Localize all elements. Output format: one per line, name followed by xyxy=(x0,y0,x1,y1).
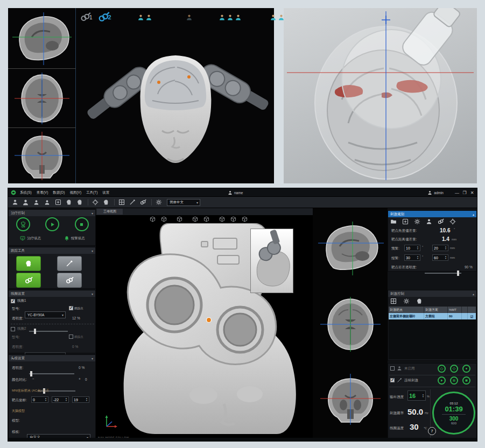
coil2-tracker-button[interactable] xyxy=(57,273,82,288)
view-top-icon[interactable] xyxy=(203,216,209,222)
head-tracker-button[interactable] xyxy=(16,256,41,271)
coil1-tool-button[interactable]: 1 xyxy=(80,12,93,23)
coronal-slice-view[interactable] xyxy=(320,374,381,425)
center-3d-viewport[interactable]: 三维视图 xyxy=(96,208,313,441)
refresh-button[interactable] xyxy=(154,198,163,207)
plan-settings-icon[interactable] xyxy=(414,218,420,225)
target-table-row-selected[interactable]: 左侧背外侧前额叶 方案组 80 ☑ xyxy=(389,313,476,319)
target-plan-icon[interactable] xyxy=(449,218,456,225)
probe-tracker-button[interactable] xyxy=(57,256,82,271)
menu-layout[interactable]: 视图(V) xyxy=(69,190,81,195)
idle-mode-checkbox[interactable] xyxy=(390,366,395,371)
language-select[interactable]: 简体中文 ▾ xyxy=(167,199,200,206)
thumb-coronal-slice[interactable] xyxy=(15,132,69,180)
control-settings-icon[interactable] xyxy=(403,298,410,304)
head-coils-3d-render[interactable] xyxy=(77,25,274,183)
contrast-plus-button[interactable]: + xyxy=(79,377,81,381)
menu-settings[interactable]: 设置 xyxy=(102,190,109,195)
sagittal-slice-view[interactable] xyxy=(318,222,384,275)
coil1-checkbox[interactable] xyxy=(11,299,15,303)
thumb-sagittal-slice[interactable] xyxy=(12,12,72,65)
patient-edit-button[interactable] xyxy=(32,198,41,207)
warn-distance-spinner[interactable]: 20 ▲▼ xyxy=(432,245,448,251)
view-bottom-icon[interactable] xyxy=(219,216,225,222)
head-opacity-slider[interactable] xyxy=(29,371,74,376)
snapshot-icon[interactable] xyxy=(390,298,397,304)
spinner-arrows-icon[interactable]: ▲▼ xyxy=(86,397,88,402)
spinner-arrows-icon[interactable]: ▲▼ xyxy=(417,255,419,260)
coil2-focus-checkbox[interactable] xyxy=(69,335,73,339)
view-left-icon[interactable] xyxy=(177,216,182,222)
import-data-button[interactable] xyxy=(53,198,62,207)
section-header[interactable]: 刺激规划 ▴ xyxy=(388,211,476,217)
add-patient-button[interactable] xyxy=(10,198,19,207)
section-header[interactable]: 跟踪工具 ▾ xyxy=(9,247,95,254)
coord-x-spinner[interactable]: 0 ▲▼ xyxy=(31,396,48,403)
session-stop-button[interactable] xyxy=(462,376,470,385)
spinner-arrows-icon[interactable]: ▲▼ xyxy=(445,255,447,260)
head-model-button[interactable] xyxy=(64,198,73,207)
idle-target-button[interactable] xyxy=(450,365,458,373)
patient-remove-button[interactable] xyxy=(43,198,52,207)
head-target-icon[interactable] xyxy=(416,298,423,304)
menu-system[interactable]: 系统(S) xyxy=(20,190,32,195)
section-header[interactable]: 头模设置 ▾ xyxy=(9,355,95,361)
patient-plan-icon[interactable] xyxy=(426,218,432,225)
coil1-focus-checkbox[interactable] xyxy=(69,306,73,310)
menu-view[interactable]: 查看(V) xyxy=(37,190,48,195)
head-scan-button[interactable] xyxy=(75,198,84,207)
overview-inset-view[interactable] xyxy=(250,229,293,293)
tracker-group-2[interactable] xyxy=(137,14,152,21)
coord-z-spinner[interactable]: 19 ▲▼ xyxy=(72,396,89,403)
intensity-spinner[interactable]: 16 ▲▼ xyxy=(407,390,426,401)
alarm-angle-spinner[interactable]: 30 ▲▼ xyxy=(404,254,420,261)
patient-list-button[interactable] xyxy=(21,198,30,207)
coil-button[interactable] xyxy=(138,198,147,207)
registration-button[interactable] xyxy=(90,198,100,207)
maximize-button[interactable]: ❐ xyxy=(461,190,468,195)
add-target-icon[interactable] xyxy=(402,218,409,225)
coil1-model-select[interactable]: YC-BY90A ▾ xyxy=(25,311,66,318)
power-on-button[interactable]: ON xyxy=(16,217,30,231)
view-reset-icon[interactable] xyxy=(242,216,248,222)
view-iso-icon[interactable] xyxy=(230,216,236,222)
coil1-opacity-slider[interactable] xyxy=(29,329,68,334)
section-header[interactable]: 刺激控制 ▴ xyxy=(388,290,476,297)
row-check-icon[interactable]: ☑ xyxy=(468,313,476,319)
menu-data[interactable]: 数据(D) xyxy=(53,190,65,195)
session-play-button[interactable] xyxy=(438,376,446,385)
spinner-arrows-icon[interactable]: ▲▼ xyxy=(45,397,47,402)
axial-slice-view[interactable] xyxy=(320,297,381,352)
tracker-group-3[interactable] xyxy=(219,14,242,21)
idle-power-button[interactable] xyxy=(438,365,446,373)
close-button[interactable]: ✕ xyxy=(468,190,476,195)
thumb-axial-slice[interactable] xyxy=(15,73,69,124)
session-pause-button[interactable] xyxy=(450,376,458,385)
alarm-distance-spinner[interactable]: 60 ▲▼ xyxy=(432,254,448,261)
probe-button[interactable] xyxy=(128,198,137,207)
spinner-arrows-icon[interactable]: ▲▼ xyxy=(422,394,424,398)
minimize-button[interactable]: — xyxy=(453,190,461,195)
warn-angle-spinner[interactable]: 10 ▲▼ xyxy=(404,245,420,251)
contrast-minus-button[interactable]: − xyxy=(32,377,34,381)
tolerance-opacity-slider[interactable] xyxy=(425,271,461,276)
view-back-icon[interactable] xyxy=(161,216,167,222)
spinner-arrows-icon[interactable]: ▲▼ xyxy=(65,397,67,402)
tracker-single[interactable] xyxy=(186,14,193,21)
view-right-icon[interactable] xyxy=(192,216,198,222)
view-front-icon[interactable] xyxy=(150,216,156,222)
spinner-arrows-icon[interactable]: ▲▼ xyxy=(417,246,419,250)
spinner-arrows-icon[interactable]: ▲▼ xyxy=(445,246,447,250)
continuous-mode-checkbox[interactable] xyxy=(390,378,395,382)
coil2-checkbox[interactable] xyxy=(11,327,15,331)
coil-brain-overlay-panel[interactable] xyxy=(284,8,477,183)
user-name[interactable]: admin xyxy=(434,191,444,195)
tab-3d-view[interactable]: 三维视图 xyxy=(97,209,123,215)
coil1-tracker-button[interactable] xyxy=(16,273,41,288)
coord-y-spinner[interactable]: -22 ▲▼ xyxy=(52,396,69,403)
start-button[interactable] xyxy=(45,217,59,231)
idle-record-button[interactable] xyxy=(462,365,470,373)
brain-segment-button[interactable] xyxy=(101,198,110,207)
coil-plan-icon[interactable] xyxy=(438,218,444,225)
section-header[interactable]: 线圈设置 ▾ xyxy=(9,290,95,297)
